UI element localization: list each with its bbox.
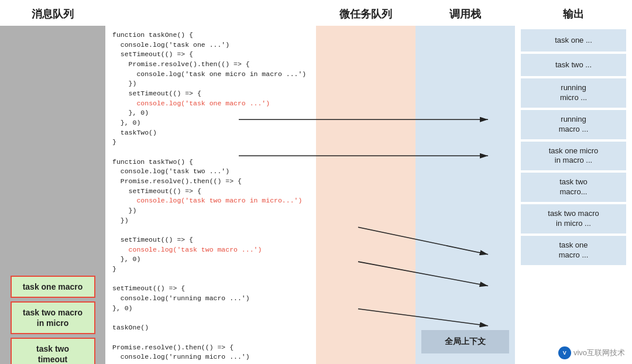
code-line-19: })	[112, 216, 311, 226]
code-line-21: console.log('task two macro ...')	[112, 245, 311, 255]
output-item-3: runningmicro ...	[521, 78, 626, 108]
content-row: task one macro task two macroin micro ta…	[0, 26, 632, 364]
code-line-10: }, 0)	[112, 118, 311, 128]
output-item-1: task one ...	[521, 29, 626, 51]
output-column: task one ... task two ... runningmicro .…	[515, 26, 632, 364]
output-item-8: task onemacro ...	[521, 236, 626, 265]
watermark-logo: V	[558, 346, 571, 359]
code-line-13: function taskTwo() {	[112, 157, 311, 167]
header-message-queue: 消息队列	[0, 7, 105, 21]
header-micro-queue: 微任务队列	[316, 7, 415, 21]
code-line-6: })	[112, 79, 311, 89]
output-item-5: task one microin macro ...	[521, 142, 626, 171]
code-line-26: }, 0)	[112, 304, 311, 314]
code-line-25: console.log('running macro ...')	[112, 294, 311, 304]
code-line-22: }, 0)	[112, 255, 311, 265]
queue-item-task-two-macro-in-micro: task two macroin micro	[11, 301, 95, 334]
queue-item-task-one-macro: task one macro	[11, 276, 95, 298]
code-line-8: console.log('task one macro ...')	[112, 99, 311, 109]
queue-item-task-two-timeout: task twotimeout	[11, 338, 95, 364]
message-queue-column: task one macro task two macroin micro ta…	[0, 26, 105, 364]
watermark-text: vivo互联网技术	[573, 348, 625, 358]
code-line-28: Promise.resolve().then(() => {	[112, 343, 311, 353]
code-line-2: console.log('task one ...')	[112, 40, 311, 50]
output-item-6: task twomacro...	[521, 173, 626, 202]
code-line-12: }	[112, 138, 311, 147]
code-line-23: }	[112, 265, 311, 274]
output-item-7: task two macroin micro ...	[521, 204, 626, 233]
code-line-11: taskTwo()	[112, 128, 311, 138]
header-callstack: 调用栈	[415, 7, 515, 21]
code-line-1: function taskOne() {	[112, 30, 311, 40]
main-container: 消息队列 微任务队列 调用栈 输出 task one macro task tw…	[0, 0, 632, 364]
code-line-20: setTimeout(() => {	[112, 235, 311, 245]
global-context-box: 全局上下文	[421, 330, 509, 353]
code-line-29: console.log('running micro ...')	[112, 352, 311, 362]
code-line-14: console.log('task two ...')	[112, 167, 311, 177]
output-item-2: task two ...	[521, 54, 626, 76]
code-line-16: setTimeout(() => {	[112, 187, 311, 197]
code-line-9: }, 0)	[112, 108, 311, 118]
callstack-column: 全局上下文	[415, 26, 515, 364]
code-line-27: taskOne()	[112, 323, 311, 333]
code-red-task-one-macro: console.log('task one macro ...')	[136, 99, 270, 107]
code-red-task-two-macro-in-micro: console.log('task two macro in micro...'…	[136, 197, 302, 204]
code-column: function taskOne() { console.log('task o…	[105, 26, 316, 364]
code-line-18: })	[112, 206, 311, 216]
code-line-17: console.log('task two macro in micro...'…	[112, 196, 311, 206]
code-red-task-two-macro: console.log('task two macro ...')	[129, 246, 262, 253]
code-line-7: setTimeout(() => {	[112, 89, 311, 99]
code-line-15: Promise.resolve().then(() => {	[112, 177, 311, 187]
micro-task-queue-column	[316, 26, 415, 364]
output-item-4: runningmacro ...	[521, 110, 626, 139]
code-line-24: setTimeout(() => {	[112, 284, 311, 294]
header-row: 消息队列 微任务队列 调用栈 输出	[0, 0, 632, 26]
code-line-5: console.log('task one micro in macro ...…	[112, 70, 311, 80]
watermark: V vivo互联网技术	[558, 346, 625, 359]
header-output: 输出	[515, 7, 632, 21]
code-line-3: setTimeout(() => {	[112, 50, 311, 60]
header-code	[105, 7, 316, 21]
code-line-4: Promise.resolve().then(() => {	[112, 60, 311, 70]
